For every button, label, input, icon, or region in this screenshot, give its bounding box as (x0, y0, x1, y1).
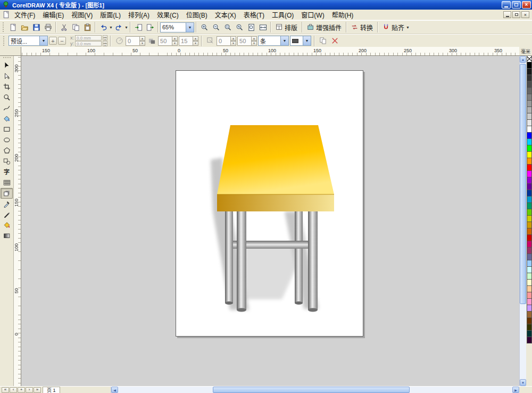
delete-preset-button[interactable]: − (58, 37, 66, 45)
menu-item-6[interactable]: 位图(B) (182, 9, 211, 20)
copy-button[interactable] (70, 21, 81, 33)
zoom-to-width-button[interactable] (257, 21, 269, 33)
scroll-right-icon[interactable]: ▶ (512, 387, 519, 393)
snap-dropdown-icon[interactable]: ▼ (406, 26, 410, 29)
shadow-fade-spinner[interactable]: ▲▼ (230, 36, 236, 46)
menu-item-3[interactable]: 版面(L) (96, 9, 124, 20)
vertical-scroll-track[interactable] (520, 63, 526, 379)
tool-zoom[interactable] (1, 92, 13, 103)
save-button[interactable] (30, 21, 42, 33)
scroll-down-icon[interactable]: ▼ (520, 379, 526, 386)
shadow-angle-field[interactable]: 0 (126, 36, 139, 46)
tool-shape[interactable] (1, 71, 13, 81)
tool-outline-pen[interactable] (1, 209, 13, 220)
maximize-button[interactable] (512, 1, 521, 9)
shadow-angle-spinner[interactable]: ▲▼ (139, 36, 145, 46)
snap-button[interactable]: 贴齐 ▼ (380, 21, 412, 33)
shadow-opacity-field[interactable]: 50 (158, 36, 172, 46)
tool-smart-fill[interactable] (1, 113, 13, 124)
tool-crop[interactable] (1, 81, 13, 92)
offset-x-spinner[interactable]: ▲▼ (103, 35, 107, 40)
redo-button[interactable] (113, 21, 124, 33)
tool-interactive-fill[interactable] (1, 231, 13, 241)
prev-page-button[interactable]: ‹ (10, 387, 17, 393)
mdi-minimize-button[interactable] (503, 11, 511, 18)
tool-rectangle[interactable] (1, 124, 13, 135)
tool-eyedropper[interactable] (1, 199, 13, 209)
offset-y-spinner[interactable]: ▲▼ (103, 41, 107, 46)
stool-drawing[interactable] (176, 70, 363, 337)
tool-freehand[interactable] (1, 103, 13, 113)
menu-item-11[interactable]: 帮助(H) (328, 9, 358, 20)
tool-polygon[interactable] (1, 145, 13, 156)
shadow-stretch-spinner[interactable]: ▲▼ (251, 36, 257, 46)
scroll-up-icon[interactable]: ▲ (520, 56, 526, 63)
tool-fill[interactable] (1, 220, 13, 231)
chevron-down-icon[interactable]: ▼ (303, 36, 311, 45)
menu-item-9[interactable]: 工具(O) (268, 9, 297, 20)
tool-basic-shapes[interactable] (1, 156, 13, 167)
menu-item-10[interactable]: 窗口(W) (297, 9, 328, 20)
ruler-origin-corner[interactable] (0, 47, 21, 56)
menu-item-1[interactable]: 编辑(E) (39, 9, 68, 20)
shadow-color-combo[interactable]: ▼ (290, 36, 311, 46)
shadow-edge-combo[interactable]: 条 ▼ (258, 36, 289, 46)
propbar-gripper[interactable] (3, 36, 6, 46)
export-button[interactable] (144, 21, 156, 33)
last-page-button[interactable]: » (34, 387, 41, 393)
undo-dropdown-icon[interactable]: ▼ (109, 26, 113, 29)
layout-button[interactable]: 排版 (273, 21, 300, 33)
tool-table[interactable] (1, 177, 13, 188)
paste-button[interactable] (81, 21, 93, 33)
zoom-to-fit-button[interactable] (234, 21, 245, 33)
shadow-fade-field[interactable]: 0 (217, 36, 230, 46)
zoom-level-combo[interactable]: 65% ▼ (160, 22, 194, 32)
offset-x-field[interactable]: 0.0 mm (75, 35, 102, 40)
plugins-button[interactable]: 增强插件 (304, 21, 344, 33)
scroll-left-icon[interactable]: ◀ (111, 387, 118, 393)
shadow-direction-icon[interactable] (205, 36, 215, 46)
zoom-to-selection-button[interactable] (222, 21, 234, 33)
close-button[interactable]: × (522, 1, 531, 9)
undo-button[interactable] (97, 21, 109, 33)
toolbar-gripper[interactable] (3, 22, 5, 32)
vertical-ruler[interactable]: 300250200150100500 (14, 56, 21, 386)
stool-apron[interactable] (217, 194, 334, 211)
menu-item-8[interactable]: 表格(T) (240, 9, 268, 20)
print-button[interactable] (42, 21, 54, 33)
toolbox-gripper[interactable] (3, 57, 11, 59)
menu-item-5[interactable]: 效果(C) (153, 9, 182, 20)
horizontal-scroll-thumb[interactable] (213, 387, 410, 393)
clear-effect-icon[interactable] (329, 36, 340, 46)
tool-text[interactable]: 字 (1, 167, 13, 177)
add-page-button[interactable]: + (18, 387, 25, 393)
tool-interactive-drop-shadow[interactable] (1, 188, 13, 199)
mdi-close-button[interactable]: × (521, 11, 529, 18)
shadow-stretch-field[interactable]: 50 (237, 36, 251, 46)
drawing-canvas[interactable] (21, 56, 519, 386)
copy-properties-icon[interactable] (318, 36, 328, 46)
mdi-restore-button[interactable] (512, 11, 520, 18)
shadow-feather-spinner[interactable]: ▲▼ (193, 36, 198, 46)
tool-pick[interactable] (1, 60, 13, 71)
first-page-button[interactable]: « (2, 387, 9, 393)
shadow-feather-field[interactable]: 15 (179, 36, 193, 46)
zoom-in-button[interactable] (198, 21, 210, 33)
new-button[interactable] (7, 21, 19, 33)
offset-y-field[interactable]: 0.0 mm (75, 41, 102, 46)
tool-ellipse[interactable] (1, 135, 13, 145)
chevron-down-icon[interactable]: ▼ (39, 36, 47, 45)
cut-button[interactable] (58, 21, 70, 33)
add-preset-button[interactable]: + (49, 37, 57, 45)
chevron-down-icon[interactable]: ▼ (280, 36, 288, 45)
menu-item-2[interactable]: 视图(V) (68, 9, 96, 20)
minimize-button[interactable] (502, 1, 511, 9)
palette-color-44[interactable] (527, 337, 532, 343)
open-button[interactable] (19, 21, 30, 33)
shadow-opacity-spinner[interactable]: ▲▼ (172, 36, 178, 46)
zoom-out-button[interactable] (210, 21, 222, 33)
convert-button[interactable]: 转换 (348, 21, 376, 33)
import-button[interactable] (132, 21, 144, 33)
horizontal-scroll-track[interactable] (118, 387, 512, 393)
zoom-to-page-button[interactable] (245, 21, 257, 33)
